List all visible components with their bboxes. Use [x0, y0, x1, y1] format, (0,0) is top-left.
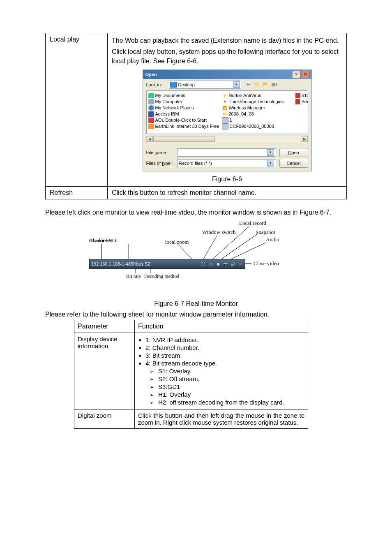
- svg-line-8: [227, 243, 266, 261]
- horizontal-scrollbar[interactable]: ◀ ▶: [146, 136, 308, 143]
- filetype-dropdown[interactable]: Record files (*.*) ▼: [177, 159, 276, 167]
- chevron-down-icon[interactable]: ▼: [267, 160, 274, 166]
- paragraph-1: Please left click one monitor to view re…: [45, 208, 347, 218]
- file-icon: [222, 123, 228, 130]
- figure-6-7: IP address Channel NO. local zoom Window…: [89, 220, 303, 288]
- open-dialog: Open ? ✕ Look in: Desktop ▼ ⬅ 📁 📂: [143, 69, 312, 171]
- label-snapshot: Snapshot: [256, 229, 275, 236]
- filetype-label: Files of type:: [146, 161, 177, 166]
- help-button[interactable]: ?: [292, 71, 300, 78]
- open-button[interactable]: Open: [279, 148, 308, 157]
- access-ibm-icon: [148, 111, 154, 117]
- param-refresh: Refresh: [46, 186, 108, 199]
- open-dialog-title: Open: [145, 72, 291, 77]
- figure-caption: Figure 6-6: [112, 176, 342, 183]
- close-button[interactable]: ✕: [302, 71, 310, 78]
- pdf-icon: [295, 93, 301, 98]
- monitor-bar-text: 192.168.1.108-1-485Kbps S2: [91, 261, 201, 266]
- svg-line-4: [178, 244, 194, 261]
- param-local-play: Local play: [46, 33, 108, 187]
- new-folder-icon[interactable]: 📂: [262, 81, 270, 88]
- label-close-video: Close video: [254, 260, 279, 267]
- earthlink-icon: [148, 124, 154, 129]
- folder-icon: 📁: [222, 111, 228, 117]
- thinkvantage-icon: ✦: [222, 99, 228, 104]
- open-dialog-titlebar: Open ? ✕: [143, 70, 311, 79]
- file-list[interactable]: My Documents My Computer My Network Plac…: [146, 90, 308, 134]
- header-function: Function: [135, 320, 308, 333]
- views-icon[interactable]: ▦▾: [271, 81, 278, 88]
- aol-icon: [148, 118, 154, 123]
- window-switch-icon[interactable]: ▭: [208, 261, 214, 267]
- local-zoom-icon[interactable]: ⛶: [201, 261, 206, 267]
- my-network-icon: [148, 105, 154, 111]
- label-window-switch: Window switch: [202, 229, 235, 236]
- pdf-icon: [295, 99, 300, 104]
- norton-icon: ⚡: [222, 93, 228, 98]
- my-docs-icon: [148, 93, 154, 98]
- cancel-button[interactable]: Cancel: [279, 159, 308, 168]
- back-icon[interactable]: ⬅: [245, 81, 252, 88]
- file-icon: [222, 117, 228, 123]
- param-display-device-info: Display device information: [74, 333, 135, 409]
- label-channel-no: Channel NO.: [89, 237, 118, 244]
- up-icon[interactable]: 📁: [254, 81, 261, 88]
- snapshot-icon[interactable]: 📷: [223, 261, 228, 267]
- filename-label: File name:: [146, 150, 177, 155]
- label-audio: Audio: [266, 236, 279, 243]
- audio-icon[interactable]: 🔊: [230, 261, 236, 267]
- lookin-dropdown[interactable]: Desktop ▼: [169, 81, 241, 89]
- param-digital-zoom: Digital zoom: [74, 409, 135, 429]
- scroll-left-icon[interactable]: ◀: [147, 136, 153, 142]
- figure-67-caption: Figure 6-7 Real-time Monitor: [45, 300, 347, 308]
- label-bit-rate: Bit rate: [126, 273, 141, 280]
- func-local-play: The Web can playback the saved (Extensio…: [108, 33, 347, 187]
- func-digital-zoom: Click this button and then left drag the…: [135, 409, 308, 429]
- local-record-icon[interactable]: ⏺: [215, 261, 221, 267]
- func-refresh: Click this button to refresh monitor cha…: [108, 186, 347, 199]
- scroll-right-icon[interactable]: ▶: [302, 136, 308, 142]
- lookin-label: Look in:: [146, 82, 169, 87]
- monitor-window-params-table: Parameter Function Display device inform…: [74, 320, 308, 429]
- chevron-down-icon[interactable]: ▼: [267, 149, 274, 156]
- svg-line-5: [202, 236, 217, 261]
- desktop-icon: [170, 82, 177, 88]
- header-parameter: Parameter: [74, 320, 135, 333]
- func-display-device-info: 1: NVR IP address. 2: Channel number. 3:…: [135, 333, 308, 409]
- label-local-zoom: local zoom: [165, 239, 189, 245]
- chevron-down-icon[interactable]: ▼: [233, 81, 240, 88]
- monitor-title-bar: 192.168.1.108-1-485Kbps S2 ⛶ ▭ ⏺ 📷 🔊 ✕: [89, 259, 245, 269]
- wireless-icon: 📶: [222, 105, 228, 111]
- paragraph-2: Please refer to the following sheet for …: [45, 311, 347, 318]
- filename-input[interactable]: ▼: [177, 148, 276, 157]
- label-local-record: Local record: [239, 220, 266, 227]
- close-video-icon[interactable]: ✕: [238, 261, 243, 267]
- svg-line-7: [219, 234, 257, 261]
- my-computer-icon: [148, 99, 154, 104]
- local-play-refresh-table: Local play The Web can playback the save…: [45, 33, 347, 199]
- label-decoding-method: Decoding method: [144, 273, 180, 280]
- scroll-thumb[interactable]: [153, 136, 215, 142]
